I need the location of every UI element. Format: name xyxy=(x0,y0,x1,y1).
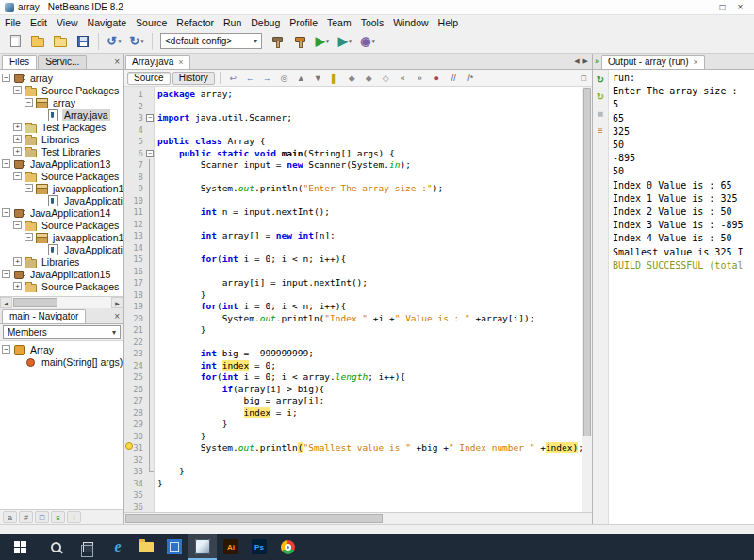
code-line-18[interactable]: } xyxy=(157,289,582,302)
code-line-14[interactable] xyxy=(157,242,582,255)
code-line-35[interactable] xyxy=(157,489,582,502)
scroll-left-icon[interactable]: ◀ xyxy=(0,297,12,308)
code-line-31[interactable]: System.out.println("Smallest value is " … xyxy=(157,442,582,454)
tree-row-main-string-args-[interactable]: main(String[] args) xyxy=(0,355,123,368)
toggle-bookmark-icon[interactable]: ◇ xyxy=(378,71,394,85)
expand-toggle-icon[interactable]: + xyxy=(13,135,22,143)
clean-build-button[interactable] xyxy=(289,31,310,52)
tree-hscrollbar[interactable]: ◀ ▶ xyxy=(0,296,123,308)
tree-row-javaapplication14[interactable]: −JavaApplication14 xyxy=(0,206,123,219)
history-view-button[interactable]: History xyxy=(172,72,215,85)
undo-button[interactable]: ↺▾ xyxy=(104,31,124,52)
tree-row-source-packages[interactable]: −Source Packages xyxy=(0,170,123,182)
output-text[interactable]: run:Enter The array size :56532550-89550… xyxy=(609,70,754,524)
code-line-17[interactable]: array[i] = input.nextInt(); xyxy=(157,277,582,289)
tab-navigator[interactable]: main - Navigator xyxy=(2,309,86,323)
collapse-toggle-icon[interactable]: − xyxy=(25,98,33,107)
shift-right-icon[interactable]: » xyxy=(412,71,428,85)
scrollbar-track[interactable] xyxy=(12,297,111,308)
fold-toggle-icon[interactable]: − xyxy=(146,114,154,122)
taskbar-app-blue-button[interactable] xyxy=(160,534,188,560)
collapse-toggle-icon[interactable]: − xyxy=(2,208,10,217)
tab-close-icon[interactable]: × xyxy=(178,58,183,67)
sort-alpha-icon[interactable]: a xyxy=(3,511,17,523)
code-line-22[interactable] xyxy=(157,337,582,349)
code-line-34[interactable]: } xyxy=(157,478,582,490)
config-dropdown[interactable]: <default config> ▾ xyxy=(160,33,262,49)
tab-output[interactable]: Output - array (run) × xyxy=(601,55,705,69)
code-line-30[interactable]: } xyxy=(157,431,582,443)
split-editor-button[interactable]: □ xyxy=(579,74,589,83)
show-static-icon[interactable]: s xyxy=(51,511,65,523)
hint-lightbulb-icon[interactable] xyxy=(125,442,133,450)
tab-array-java[interactable]: Array.java × xyxy=(125,55,190,69)
ant-settings-icon[interactable]: ≡ xyxy=(594,124,607,137)
menu-view[interactable]: View xyxy=(52,17,83,28)
rerun-with-config-icon[interactable]: ↻ xyxy=(594,90,607,103)
taskbar-photoshop-button[interactable]: Ps xyxy=(245,534,273,560)
tree-row-javaapplication[interactable]: JavaApplication xyxy=(0,243,123,255)
next-bookmark-icon[interactable]: ◆ xyxy=(361,71,377,85)
tree-row-array[interactable]: −array xyxy=(0,96,123,108)
minimize-button[interactable]: – xyxy=(696,0,713,14)
close-button[interactable]: × xyxy=(731,0,749,14)
expand-toggle-icon[interactable]: + xyxy=(13,123,22,131)
tree-row-array-java[interactable]: Array.java xyxy=(0,108,123,121)
menu-team[interactable]: Team xyxy=(322,17,356,28)
tab-scroll-left-icon[interactable]: ◀ xyxy=(574,58,579,65)
menu-window[interactable]: Window xyxy=(388,17,433,28)
find-previous-occurrence-icon[interactable]: ▲ xyxy=(293,71,309,85)
code-line-11[interactable]: int n = input.nextInt(); xyxy=(157,206,582,219)
code-line-3[interactable]: import java.util.Scanner; xyxy=(157,112,582,124)
scrollbar-thumb[interactable] xyxy=(125,514,383,523)
find-next-occurrence-icon[interactable]: ▼ xyxy=(310,71,326,85)
uncomment-icon[interactable]: /* xyxy=(463,71,479,85)
save-all-button[interactable] xyxy=(73,31,93,52)
code-line-33[interactable]: } xyxy=(157,466,582,478)
debug-button[interactable]: ▶▾ xyxy=(335,31,355,52)
taskbar-netbeans-button[interactable] xyxy=(188,534,217,560)
collapse-toggle-icon[interactable]: − xyxy=(2,270,10,278)
expand-toggle-icon[interactable]: + xyxy=(13,282,22,290)
menu-tools[interactable]: Tools xyxy=(356,17,389,28)
code-line-27[interactable]: big = array[i]; xyxy=(157,395,582,407)
maximize-button[interactable]: □ xyxy=(713,0,731,14)
collapse-toggle-icon[interactable]: − xyxy=(25,184,33,192)
code-line-8[interactable] xyxy=(157,172,582,184)
code-line-5[interactable]: public class Array { xyxy=(157,136,582,148)
show-inherited-icon[interactable]: i xyxy=(67,511,81,523)
previous-bookmark-icon[interactable]: ◆ xyxy=(344,71,360,85)
editor-vscrollbar[interactable] xyxy=(582,87,592,512)
code-line-12[interactable] xyxy=(157,219,582,231)
build-button[interactable] xyxy=(267,31,287,52)
code-line-19[interactable]: for(int i = 0; i < n; i++){ xyxy=(157,301,582,313)
code-line-4[interactable] xyxy=(157,124,582,137)
sort-position-icon[interactable]: # xyxy=(19,511,33,523)
code-line-29[interactable]: } xyxy=(157,419,582,431)
collapse-toggle-icon[interactable]: − xyxy=(2,345,10,354)
expand-toggle-icon[interactable]: + xyxy=(13,147,22,156)
code-line-13[interactable]: int array[] = new int[n]; xyxy=(157,230,582,242)
tab-scroll-right-icon[interactable]: ▶ xyxy=(583,58,588,65)
tree-row-javaapplication13[interactable]: −JavaApplication13 xyxy=(0,157,123,170)
menu-refactor[interactable]: Refactor xyxy=(172,17,219,28)
redo-button[interactable]: ↻▾ xyxy=(126,31,147,52)
tree-row-javaapplication15[interactable]: −JavaApplication15 xyxy=(0,268,123,280)
code-line-36[interactable] xyxy=(157,502,582,513)
code-line-20[interactable]: System.out.println("Index " +i +" Value … xyxy=(157,313,582,325)
rerun-icon[interactable]: ↻ xyxy=(594,73,607,86)
code-line-24[interactable]: int index = 0; xyxy=(157,360,582,372)
tree-row-libraries[interactable]: +Libraries xyxy=(0,255,123,268)
code-line-28[interactable]: index = i; xyxy=(157,407,582,420)
tree-row-test-packages[interactable]: +Test Packages xyxy=(0,121,123,133)
tab-files[interactable]: Files xyxy=(2,55,37,69)
forward-icon[interactable]: → xyxy=(259,71,275,85)
taskbar-illustrator-button[interactable]: Ai xyxy=(217,534,245,560)
code-area[interactable]: package array;import java.util.Scanner;p… xyxy=(155,87,582,512)
source-view-button[interactable]: Source xyxy=(127,72,171,85)
scrollbar-thumb[interactable] xyxy=(13,298,57,307)
last-edit-icon[interactable]: ↩ xyxy=(225,71,241,85)
tree-row-javaapplication13[interactable]: −javaapplication13 xyxy=(0,182,123,194)
code-line-1[interactable]: package array; xyxy=(157,89,582,101)
find-selection-icon[interactable]: ◎ xyxy=(276,71,292,85)
